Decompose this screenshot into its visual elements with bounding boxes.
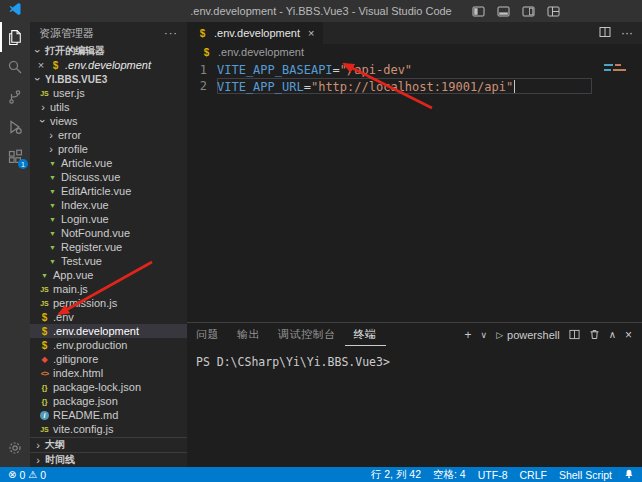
tree-item-label: .env.production (53, 339, 127, 351)
js-file-icon: JS (38, 286, 51, 293)
shell-name: powershell (507, 329, 560, 341)
breadcrumb[interactable]: $ .env.development (187, 44, 642, 60)
tree-item-Index.vue[interactable]: ▼Index.vue (30, 198, 187, 212)
tree-item-profile[interactable]: ›profile (30, 142, 187, 156)
code-line-1[interactable]: 1VITE_APP_BASEAPI="/api-dev" (187, 62, 642, 78)
tree-item-main.js[interactable]: JSmain.js (30, 282, 187, 296)
encoding[interactable]: UTF-8 (478, 469, 508, 481)
activity-bar: 1 (0, 22, 30, 467)
language-mode[interactable]: Shell Script (559, 469, 612, 481)
breadcrumb-item: .env.development (218, 46, 304, 58)
settings-gear-icon[interactable] (0, 433, 30, 463)
vue-file-icon: ▼ (46, 230, 59, 237)
code-line-2[interactable]: 2VITE_APP_URL="http://localhost:19001/ap… (187, 78, 642, 94)
tree-item-label: main.js (53, 283, 88, 295)
js-file-icon: JS (38, 300, 51, 307)
panel-tab-调试控制台[interactable]: 调试控制台 (269, 323, 345, 346)
tree-item-Article.vue[interactable]: ▼Article.vue (30, 156, 187, 170)
customize-layout-icon[interactable] (547, 5, 560, 18)
run-debug-icon[interactable] (0, 112, 30, 142)
vue-file-icon: ▼ (46, 216, 59, 223)
tree-item-error[interactable]: ›error (30, 128, 187, 142)
more-actions-icon[interactable]: ··· (164, 27, 178, 39)
cursor-position[interactable]: 行 2, 列 42 (371, 468, 421, 482)
tree-item-views[interactable]: ›views (30, 114, 187, 128)
env-file-icon: $ (38, 326, 51, 337)
tab-env-development[interactable]: $ .env.development × (187, 22, 323, 44)
chevron-right-icon: › (38, 101, 48, 113)
tree-item-label: permission.js (53, 297, 117, 309)
code-editor[interactable]: 1VITE_APP_BASEAPI="/api-dev"2VITE_APP_UR… (187, 60, 642, 322)
explorer-icon[interactable] (0, 22, 30, 52)
tree-item-vite.config.js[interactable]: JSvite.config.js (30, 422, 187, 436)
tree-item-label: .env.development (53, 325, 139, 337)
source-control-icon[interactable] (0, 82, 30, 112)
tree-item-Register.vue[interactable]: ▼Register.vue (30, 240, 187, 254)
terminal[interactable]: PS D:\CSharp\Yi\Yi.BBS.Vue3> (187, 346, 642, 369)
tree-item-permission.js[interactable]: JSpermission.js (30, 296, 187, 310)
tree-item-Test.vue[interactable]: ▼Test.vue (30, 254, 187, 268)
tree-item-.env.development[interactable]: $.env.development (30, 324, 187, 338)
env-file-icon: $ (38, 340, 51, 351)
tree-item-.gitignore[interactable]: ◆.gitignore (30, 352, 187, 366)
tree-item-App.vue[interactable]: ▼App.vue (30, 268, 187, 282)
timeline-header[interactable]: › 时间线 (30, 452, 187, 467)
eol-sequence[interactable]: CRLF (519, 469, 546, 481)
tree-item-Discuss.vue[interactable]: ▼Discuss.vue (30, 170, 187, 184)
env-file-icon: $ (200, 47, 213, 58)
toggle-sidebar-icon[interactable] (472, 5, 485, 18)
panel-tab-输出[interactable]: 输出 (228, 323, 269, 346)
title-bar: .env.development - Yi.BBS.Vue3 - Visual … (0, 0, 642, 22)
tree-item-index.html[interactable]: <>index.html (30, 366, 187, 380)
tree-item-label: Login.vue (61, 213, 109, 225)
tree-item-package-lock.json[interactable]: {}package-lock.json (30, 380, 187, 394)
close-icon[interactable]: × (36, 59, 46, 71)
tree-item-EditArticle.vue[interactable]: ▼EditArticle.vue (30, 184, 187, 198)
tree-item-user.js[interactable]: JSuser.js (30, 86, 187, 100)
kill-terminal-icon[interactable] (589, 329, 600, 340)
tree-item-utils[interactable]: ›utils (30, 100, 187, 114)
panel-tab-终端[interactable]: 终端 (345, 323, 386, 346)
line-number: 2 (187, 78, 217, 94)
extensions-icon[interactable]: 1 (0, 142, 30, 172)
outline-header[interactable]: › 大纲 (30, 437, 187, 452)
editor-more-actions-icon[interactable]: ··· (621, 26, 633, 40)
env-file-icon: $ (49, 60, 62, 71)
project-root-header[interactable]: › YI.BBS.VUE3 (30, 72, 187, 86)
js-file-icon: JS (38, 90, 51, 97)
panel-header: 问题输出调试控制台终端 + ∨ ▷ powershell ∧ × (187, 323, 642, 346)
indentation[interactable]: 空格: 4 (433, 468, 466, 482)
toggle-panel-icon[interactable] (497, 5, 510, 18)
panel-tab-问题[interactable]: 问题 (187, 323, 228, 346)
split-terminal-icon[interactable] (569, 329, 580, 340)
open-editors-header[interactable]: › 打开的编辑器 (30, 44, 187, 58)
open-editor-item[interactable]: × $ .env.development (30, 58, 187, 72)
maximize-panel-icon[interactable]: ∧ (609, 329, 616, 340)
minimap[interactable] (604, 64, 626, 74)
tree-item-Login.vue[interactable]: ▼Login.vue (30, 212, 187, 226)
tree-item-.env.production[interactable]: $.env.production (30, 338, 187, 352)
text-cursor (514, 80, 515, 93)
search-icon[interactable] (0, 52, 30, 82)
vue-file-icon: ▼ (46, 258, 59, 265)
terminal-dropdown-icon[interactable]: ∨ (481, 330, 488, 340)
new-terminal-icon[interactable]: + (465, 328, 472, 342)
tree-item-NotFound.vue[interactable]: ▼NotFound.vue (30, 226, 187, 240)
open-editors-label: 打开的编辑器 (45, 44, 105, 58)
close-icon[interactable]: × (308, 27, 314, 39)
problems-status[interactable]: ⊗ 0 ⚠ 0 (8, 469, 46, 481)
warnings-count: 0 (40, 469, 46, 481)
json-file-icon: {} (38, 383, 51, 392)
git-file-icon: ◆ (38, 355, 51, 364)
tree-item-package.json[interactable]: {}package.json (30, 394, 187, 408)
tree-item-README.md[interactable]: iREADME.md (30, 408, 187, 422)
notifications-bell-icon[interactable] (624, 469, 634, 481)
close-panel-icon[interactable]: × (625, 328, 632, 342)
tree-item-.env[interactable]: $.env (30, 310, 187, 324)
split-editor-icon[interactable] (599, 26, 611, 41)
js-file-icon: JS (38, 426, 51, 433)
toggle-secondary-sidebar-icon[interactable] (522, 5, 535, 18)
shell-selector[interactable]: ▷ powershell (496, 329, 560, 341)
outline-label: 大纲 (45, 438, 65, 452)
sidebar-explorer: 资源管理器 ··· › 打开的编辑器 × $ .env.development … (30, 22, 187, 467)
